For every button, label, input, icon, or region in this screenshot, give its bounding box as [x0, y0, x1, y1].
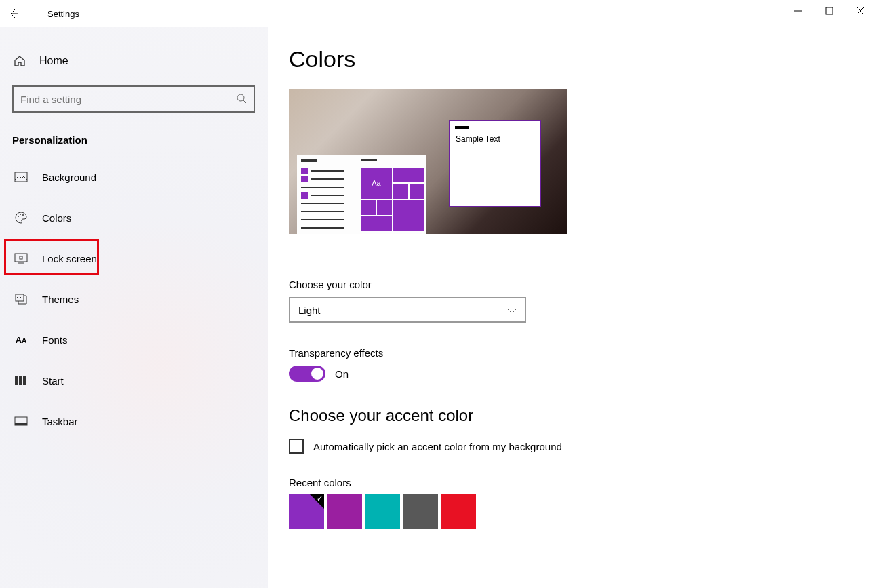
svg-rect-11 [16, 294, 24, 301]
svg-point-2 [237, 94, 244, 101]
search-box[interactable] [12, 85, 255, 113]
recent-label: Recent colors [289, 477, 876, 488]
nav-themes[interactable]: Themes [12, 283, 268, 315]
nav-label: Taskbar [42, 416, 78, 427]
page-heading: Colors [289, 46, 876, 73]
content-area: Colors Aa [268, 27, 876, 588]
svg-rect-19 [15, 423, 27, 425]
svg-point-7 [22, 214, 24, 216]
picture-icon [14, 172, 28, 182]
preview-panel: Aa Sample Text [289, 89, 567, 245]
svg-rect-17 [23, 380, 26, 385]
accent-heading: Choose your accent color [289, 406, 876, 425]
recent-swatches: ✓ [289, 494, 876, 529]
close-button[interactable] [845, 0, 876, 22]
nav-label: Background [42, 172, 96, 183]
start-icon [14, 376, 28, 385]
fonts-icon: AA [14, 335, 28, 345]
nav-label: Lock screen [42, 253, 97, 264]
taskbar-icon [14, 416, 28, 426]
nav-lock-screen[interactable]: Lock screen [12, 242, 268, 275]
preview-sample-text: Sample Text [450, 134, 540, 144]
nav-fonts[interactable]: AA Fonts [12, 324, 268, 356]
palette-icon [14, 211, 28, 224]
svg-rect-1 [826, 7, 833, 14]
nav-label: Fonts [42, 334, 68, 346]
auto-pick-checkbox[interactable] [289, 439, 304, 454]
svg-line-3 [243, 100, 246, 103]
svg-rect-14 [23, 376, 26, 380]
minimize-button[interactable] [782, 0, 814, 22]
nav-background[interactable]: Background [12, 161, 268, 193]
nav-start[interactable]: Start [12, 364, 268, 397]
swatch-recent-1[interactable] [327, 494, 362, 529]
swatch-recent-2[interactable] [365, 494, 400, 529]
chevron-down-icon [507, 305, 517, 316]
svg-rect-13 [19, 376, 22, 380]
choose-color-label: Choose your color [289, 279, 876, 290]
svg-rect-15 [15, 380, 18, 385]
svg-point-6 [20, 214, 21, 215]
svg-rect-12 [15, 376, 18, 380]
transparency-value: On [335, 368, 349, 380]
nav-taskbar[interactable]: Taskbar [12, 405, 268, 437]
svg-rect-8 [15, 254, 27, 262]
transparency-label: Transparency effects [289, 347, 876, 359]
svg-rect-10 [20, 256, 22, 259]
nav-label: Themes [42, 294, 79, 305]
section-label: Personalization [12, 134, 268, 146]
lock-screen-icon [14, 253, 28, 264]
window-title: Settings [47, 9, 79, 19]
svg-rect-16 [19, 380, 22, 385]
back-button[interactable] [0, 0, 27, 27]
nav-home[interactable]: Home [12, 41, 268, 81]
swatch-recent-3[interactable] [403, 494, 438, 529]
auto-pick-label: Automatically pick an accent color from … [313, 441, 562, 452]
nav-colors[interactable]: Colors [12, 201, 268, 234]
preview-sample-window: Sample Text [449, 120, 541, 207]
sidebar: Home Personalization Background Colors L… [0, 27, 268, 588]
svg-rect-4 [15, 172, 27, 182]
nav-home-label: Home [39, 55, 68, 67]
themes-icon [14, 293, 28, 305]
preview-tile-aa: Aa [361, 168, 392, 199]
preview-start-menu: Aa [297, 155, 426, 234]
choose-color-dropdown[interactable]: Light [289, 297, 526, 323]
search-icon [236, 93, 247, 106]
swatch-recent-4[interactable] [441, 494, 476, 529]
maximize-button[interactable] [814, 0, 845, 22]
search-input[interactable] [20, 94, 236, 105]
nav-label: Start [42, 375, 64, 387]
nav-label: Colors [42, 212, 71, 224]
swatch-recent-0[interactable]: ✓ [289, 494, 324, 529]
home-icon [12, 54, 27, 68]
transparency-toggle[interactable] [289, 366, 325, 382]
svg-point-5 [18, 216, 19, 217]
choose-color-value: Light [298, 305, 321, 316]
